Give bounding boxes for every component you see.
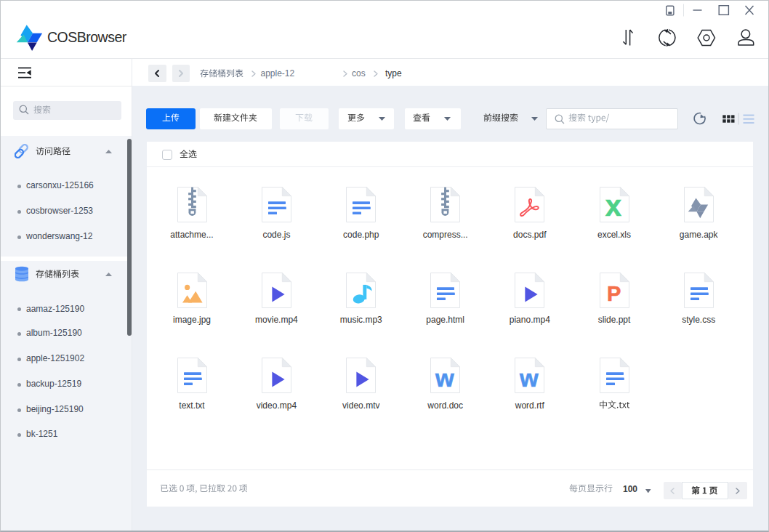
svg-text:x: x [605,190,621,222]
svg-text:w: w [435,364,454,391]
svg-text:P: P [606,281,620,305]
svg-text:w: w [519,364,539,391]
